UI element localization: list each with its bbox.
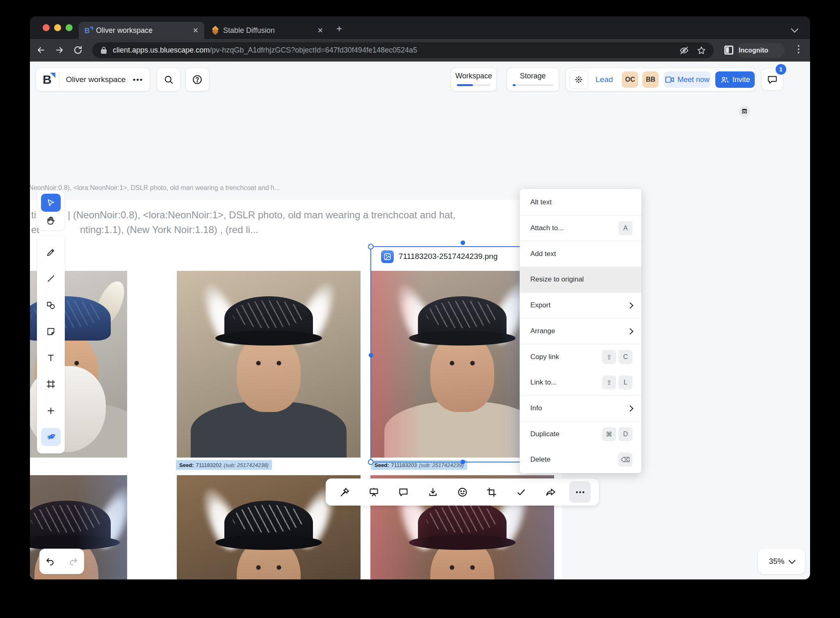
assistant-tool-button[interactable]	[41, 428, 61, 446]
workspace-menu-button[interactable]: •••	[133, 76, 143, 84]
laser-pointer-button[interactable]	[569, 70, 588, 89]
prompt-text-small: (NeonNoir:0.8), <lora:NeonNoir:1>, DSLR …	[30, 184, 280, 192]
pencil-tool-button[interactable]	[41, 243, 61, 261]
prompt-line1-prefix: ti	[31, 209, 36, 221]
new-tab-button[interactable]: +	[336, 23, 342, 34]
redo-icon[interactable]	[68, 556, 78, 567]
side-panel-icon[interactable]	[724, 46, 733, 55]
pin-button[interactable]	[334, 481, 355, 503]
text-icon	[46, 353, 56, 363]
tab-stable-diffusion[interactable]: Stable Diffusion ✕	[206, 22, 329, 39]
forward-icon[interactable]	[55, 45, 64, 55]
approve-button[interactable]	[511, 481, 532, 503]
crop-button[interactable]	[481, 481, 502, 503]
resize-handle-left-center[interactable]	[369, 353, 373, 357]
search-button[interactable]	[157, 68, 180, 91]
lead-button[interactable]: Lead	[596, 75, 613, 84]
bluescape-logo: B	[43, 73, 52, 86]
bookmark-star-icon[interactable]	[696, 46, 706, 55]
frame-tool-button[interactable]	[41, 375, 61, 393]
undo-icon[interactable]	[45, 556, 56, 567]
more-options-button[interactable]	[569, 481, 591, 503]
invite-button[interactable]: Invite	[715, 71, 755, 88]
eye-slash-icon[interactable]	[679, 46, 689, 55]
plus-icon	[46, 406, 56, 416]
checkmark-icon	[516, 487, 527, 498]
incognito-icon	[739, 105, 750, 117]
help-button[interactable]	[186, 68, 209, 91]
zoom-control[interactable]: 35%	[758, 549, 805, 574]
comment-icon	[398, 487, 409, 498]
select-tool-button[interactable]	[41, 194, 61, 212]
comment-button[interactable]	[393, 481, 414, 503]
chat-bubble-icon	[767, 74, 778, 85]
menu-item-delete[interactable]: Delete⌫	[520, 447, 641, 472]
shapes-tool-button[interactable]	[41, 296, 61, 314]
close-tab-icon[interactable]: ✕	[193, 27, 199, 34]
avatar-bb[interactable]: BB	[642, 71, 659, 88]
pan-tool-button[interactable]	[41, 213, 61, 229]
menu-item-attach-to[interactable]: Attach to...A	[520, 215, 641, 241]
chat-unread-badge: 1	[776, 64, 786, 75]
storage-tab-label: Storage	[507, 72, 559, 80]
address-bar[interactable]: client.apps.us.bluescape.com /pv-hzqGb_A…	[92, 42, 714, 58]
lock-icon	[100, 46, 107, 55]
meet-now-button[interactable]: Meet now	[664, 71, 710, 88]
prompt-line1: | (NeonNoir:0.8), <lora:NeonNoir:1>, DSL…	[68, 209, 455, 221]
tab-oliver-workspace[interactable]: B Oliver workspace ✕	[79, 22, 204, 39]
close-window-button[interactable]	[43, 24, 50, 31]
maximize-window-button[interactable]	[66, 24, 73, 31]
resize-handle-bottom-center[interactable]	[461, 460, 465, 464]
emoji-button[interactable]	[452, 481, 473, 503]
menu-item-duplicate[interactable]: Duplicate⌘D	[520, 421, 641, 447]
nav-tab-workspace[interactable]: Workspace	[451, 68, 496, 91]
resize-handle-top-center[interactable]	[461, 240, 465, 245]
avatar-oc[interactable]: OC	[622, 71, 638, 88]
incognito-label: Incognito	[739, 47, 768, 54]
minimize-window-button[interactable]	[54, 24, 61, 31]
storage-meter-fill	[513, 84, 516, 86]
shortcut-key: C	[619, 350, 632, 364]
menu-item-label: Resize to original	[530, 275, 584, 284]
storage-meter-track	[513, 84, 553, 86]
menu-item-copy-link[interactable]: Copy link⇧C	[520, 344, 641, 370]
shortcut-key: D	[619, 427, 632, 441]
submenu-chevron-icon	[627, 405, 634, 412]
generated-image-2[interactable]	[177, 271, 361, 458]
browser-toolbar: client.apps.us.bluescape.com /pv-hzqGb_A…	[30, 39, 810, 62]
pointer-icon	[46, 198, 56, 208]
screenshot-stage: B Oliver workspace ✕ Stable Diffusion ✕ …	[0, 0, 840, 618]
menu-item-resize-to-original[interactable]: Resize to original	[520, 267, 641, 292]
menu-item-alt-text[interactable]: Alt text	[520, 190, 641, 215]
shortcut-key: A	[619, 221, 632, 235]
nav-tab-storage[interactable]: Storage	[507, 68, 559, 91]
sticky-note-tool-button[interactable]	[41, 323, 61, 341]
shortcut-key: ⇧	[602, 375, 616, 389]
menu-item-label: Link to...	[530, 378, 557, 387]
close-tab-icon[interactable]: ✕	[317, 27, 323, 34]
invite-label: Invite	[733, 76, 750, 84]
share-button[interactable]	[540, 481, 561, 503]
menu-item-link-to[interactable]: Link to...⇧L	[520, 370, 641, 395]
reload-icon[interactable]	[73, 45, 83, 55]
menu-item-arrange[interactable]: Arrange	[520, 318, 641, 344]
resize-handle-bottom-left[interactable]	[368, 459, 374, 465]
workspace-title-card: B Oliver workspace •••	[36, 68, 150, 91]
text-tool-button[interactable]	[41, 349, 61, 367]
incognito-badge: Incognito	[737, 43, 785, 58]
shortcut-key: ⌘	[602, 427, 616, 441]
add-tool-button[interactable]	[41, 402, 61, 420]
pin-icon	[339, 487, 350, 498]
tab-search-chevron-icon[interactable]	[791, 25, 798, 32]
menu-item-export[interactable]: Export	[520, 293, 641, 318]
video-camera-icon	[665, 76, 674, 83]
menu-item-info[interactable]: Info	[520, 396, 641, 421]
present-button[interactable]	[363, 481, 385, 503]
menu-item-add-text[interactable]: Add text	[520, 241, 641, 267]
hand-icon	[46, 215, 56, 226]
back-icon[interactable]	[36, 45, 46, 55]
line-tool-button[interactable]	[41, 270, 61, 288]
browser-menu-icon[interactable]	[798, 45, 799, 47]
resize-handle-top-left[interactable]	[368, 244, 374, 249]
download-button[interactable]	[422, 481, 443, 503]
